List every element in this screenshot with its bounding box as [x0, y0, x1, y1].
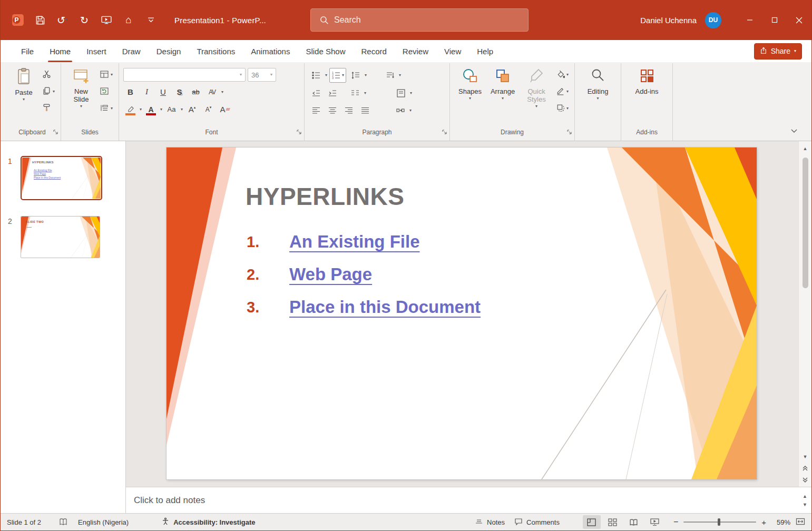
- minimize-button[interactable]: [737, 0, 762, 40]
- tab-home[interactable]: Home: [42, 40, 79, 62]
- hyperlink-place-in-document[interactable]: Place in this Document: [289, 297, 481, 317]
- slide-1-thumbnail[interactable]: HYPERLINKS An Existing File Web Page Pla…: [21, 156, 102, 200]
- reading-view-button[interactable]: [625, 515, 643, 529]
- editing-button[interactable]: Editing ▾: [582, 66, 614, 100]
- scroll-up-icon[interactable]: ▲: [799, 143, 812, 154]
- tab-insert[interactable]: Insert: [79, 40, 114, 62]
- notes-scroll-down-icon[interactable]: ▼: [803, 502, 807, 507]
- bold-button[interactable]: B: [123, 85, 138, 99]
- shape-outline-button[interactable]: ▾: [554, 85, 570, 99]
- align-text-button[interactable]: [394, 86, 408, 100]
- quick-styles-button[interactable]: Quick Styles ▾: [520, 66, 553, 108]
- zoom-slider-thumb[interactable]: [718, 518, 720, 526]
- shape-effects-button[interactable]: ▾: [554, 102, 570, 115]
- slide-sorter-view-button[interactable]: [604, 515, 622, 529]
- change-case-button[interactable]: Aa: [164, 102, 179, 116]
- copy-button[interactable]: ▾: [41, 85, 56, 99]
- character-spacing-button[interactable]: AV: [205, 85, 219, 99]
- italic-button[interactable]: I: [140, 85, 154, 99]
- align-left-button[interactable]: [309, 103, 323, 117]
- notes-scroll-up-icon[interactable]: ▲: [803, 494, 807, 499]
- slide-indicator[interactable]: Slide 1 of 2: [7, 518, 41, 526]
- powerpoint-logo-icon[interactable]: P: [8, 9, 28, 31]
- undo-icon[interactable]: ↺▾: [52, 9, 72, 31]
- character-spacing-chevron-icon[interactable]: ▾: [221, 91, 223, 94]
- slide-2-thumbnail[interactable]: SLIDE TWO: [21, 216, 100, 258]
- line-spacing-button[interactable]: [348, 68, 363, 83]
- new-slide-button[interactable]: New Slide ▾: [65, 66, 97, 108]
- decrease-indent-button[interactable]: [309, 86, 323, 100]
- tab-help[interactable]: Help: [469, 40, 501, 62]
- normal-view-button[interactable]: [583, 515, 601, 529]
- notes-pane[interactable]: Click to add notes ▲ ▼: [126, 487, 811, 513]
- text-direction-button[interactable]: [383, 68, 397, 83]
- zoom-slider[interactable]: [683, 522, 756, 523]
- zoom-out-button[interactable]: −: [673, 517, 678, 527]
- font-color-button[interactable]: A: [144, 102, 158, 116]
- customize-quick-access-icon[interactable]: [141, 9, 161, 31]
- section-button[interactable]: ▾: [98, 102, 114, 115]
- shapes-button[interactable]: Shapes ▾: [454, 66, 486, 100]
- numbering-chevron-icon[interactable]: ▾: [342, 74, 344, 77]
- zoom-percentage[interactable]: 59%: [771, 518, 790, 526]
- columns-button[interactable]: [348, 86, 362, 100]
- text-shadow-button[interactable]: S: [172, 85, 187, 99]
- clear-formatting-button[interactable]: A: [218, 102, 232, 116]
- hyperlink-existing-file[interactable]: An Existing File: [289, 232, 420, 252]
- home-icon[interactable]: ⌂: [119, 9, 139, 31]
- tab-draw[interactable]: Draw: [114, 40, 149, 62]
- maximize-button[interactable]: [762, 0, 787, 40]
- search-box[interactable]: Search: [310, 8, 529, 32]
- language-indicator[interactable]: English (Nigeria): [78, 518, 129, 526]
- hyperlink-web-page[interactable]: Web Page: [289, 264, 372, 284]
- tab-slide-show[interactable]: Slide Show: [298, 40, 353, 62]
- reset-button[interactable]: [98, 85, 114, 99]
- strikethrough-button[interactable]: ab: [189, 85, 203, 99]
- paragraph-dialog-launcher-icon[interactable]: [442, 127, 447, 137]
- slide-editing-surface[interactable]: HYPERLINKS 1. An Existing File 2. Web Pa…: [167, 148, 757, 479]
- format-painter-button[interactable]: [41, 102, 56, 115]
- shape-fill-button[interactable]: ▾: [554, 68, 570, 82]
- tab-record[interactable]: Record: [353, 40, 394, 62]
- tab-file[interactable]: File: [13, 40, 42, 62]
- font-size-combo[interactable]: 36 ▾: [248, 68, 276, 82]
- save-icon[interactable]: [30, 9, 50, 31]
- comments-toggle-button[interactable]: Comments: [514, 517, 560, 527]
- clipboard-dialog-launcher-icon[interactable]: [53, 127, 58, 137]
- bullets-button[interactable]: [309, 68, 323, 83]
- font-dialog-launcher-icon[interactable]: [297, 127, 302, 137]
- user-name[interactable]: Daniel Uchenna: [640, 16, 697, 25]
- tab-animations[interactable]: Animations: [243, 40, 298, 62]
- arrange-button[interactable]: Arrange ▾: [487, 66, 518, 100]
- redo-icon[interactable]: ↻: [74, 9, 94, 31]
- start-slideshow-icon[interactable]: [96, 9, 116, 31]
- scrollbar-thumb[interactable]: [803, 158, 808, 288]
- paste-button[interactable]: Paste ▾: [8, 66, 40, 101]
- layout-button[interactable]: ▾: [98, 68, 114, 82]
- drawing-dialog-launcher-icon[interactable]: [567, 127, 572, 137]
- collapse-ribbon-icon[interactable]: [790, 126, 798, 135]
- notes-toggle-button[interactable]: Notes: [475, 518, 505, 527]
- text-highlight-button[interactable]: [123, 102, 138, 116]
- decrease-font-size-button[interactable]: A▾: [201, 102, 216, 116]
- justify-button[interactable]: [358, 103, 372, 117]
- spell-check-icon[interactable]: [59, 518, 67, 526]
- scrollbar-track[interactable]: [799, 154, 811, 451]
- font-name-combo[interactable]: ▾: [123, 68, 246, 82]
- avatar[interactable]: DU: [705, 12, 721, 28]
- slide-title[interactable]: HYPERLINKS: [246, 182, 404, 211]
- scroll-down-icon[interactable]: ▼: [799, 451, 812, 463]
- addins-button[interactable]: Add-ins: [631, 66, 663, 95]
- tab-review[interactable]: Review: [395, 40, 436, 62]
- close-button[interactable]: [787, 0, 811, 40]
- convert-to-smartart-button[interactable]: [393, 103, 407, 117]
- increase-font-size-button[interactable]: A▴: [185, 102, 199, 116]
- share-button[interactable]: Share ▾: [754, 43, 802, 60]
- fit-slide-to-window-button[interactable]: [796, 517, 805, 527]
- align-right-button[interactable]: [341, 103, 356, 117]
- slide-show-view-button[interactable]: [646, 515, 664, 529]
- increase-indent-button[interactable]: [325, 86, 339, 100]
- tab-view[interactable]: View: [436, 40, 469, 62]
- numbering-button-selected[interactable]: 123 ▾: [329, 68, 346, 83]
- underline-button[interactable]: U: [156, 85, 170, 99]
